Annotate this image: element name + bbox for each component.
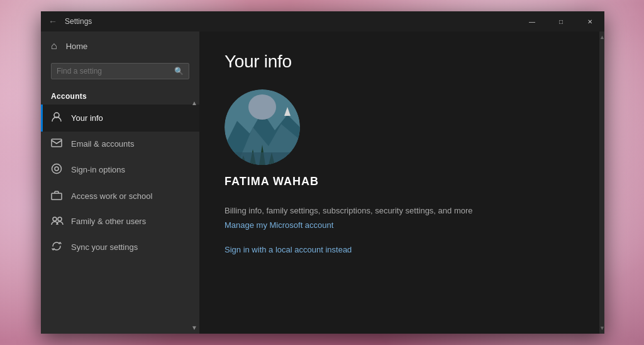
search-icon: 🔍 [174, 67, 184, 76]
content-area: ⌂ Home 🔍 Accounts Your info [41, 31, 604, 334]
manage-account-link[interactable]: Manage my Microsoft account [225, 220, 579, 230]
family-label: Family & other users [71, 217, 146, 226]
email-accounts-label: Email & accounts [71, 139, 134, 149]
sidebar-item-family[interactable]: Family & other users [41, 209, 199, 234]
main-scroll-up[interactable]: ▲ [599, 34, 604, 40]
sync-label: Sync your settings [71, 242, 138, 252]
svg-rect-17 [225, 152, 300, 165]
sign-in-label: Sign-in options [71, 165, 125, 174]
your-info-icon [51, 111, 62, 125]
search-box[interactable]: 🔍 [51, 63, 189, 79]
minimize-button[interactable]: — [518, 11, 547, 31]
svg-point-18 [248, 94, 276, 120]
home-label: Home [66, 42, 88, 51]
home-icon: ⌂ [51, 40, 57, 52]
sidebar-scroll-down[interactable]: ▼ [189, 324, 199, 331]
page-title: Your info [225, 52, 579, 72]
sidebar-item-sign-in[interactable]: Sign-in options [41, 156, 199, 183]
main-scroll-down[interactable]: ▼ [599, 325, 604, 331]
sidebar-item-access-work[interactable]: Access work or school [41, 183, 199, 209]
sidebar-scroll-up[interactable]: ▲ [189, 99, 199, 106]
maximize-button[interactable]: □ [547, 11, 575, 31]
close-button[interactable]: ✕ [575, 11, 604, 31]
sidebar-item-your-info[interactable]: Your info [41, 105, 199, 132]
access-work-label: Access work or school [71, 191, 152, 201]
svg-point-5 [53, 217, 57, 221]
search-input[interactable] [57, 67, 174, 76]
sign-in-icon [51, 163, 62, 176]
user-name: FATIMA WAHAB [225, 175, 579, 188]
main-panel: Your info [199, 31, 604, 334]
local-account-link[interactable]: Sign in with a local account instead [225, 245, 579, 254]
avatar [225, 89, 300, 165]
titlebar: ← Settings — □ ✕ [41, 11, 604, 31]
sync-icon [51, 240, 62, 254]
svg-point-2 [52, 164, 62, 174]
sidebar-item-email-accounts[interactable]: Email & accounts [41, 132, 199, 156]
svg-rect-4 [52, 193, 62, 200]
svg-point-3 [55, 167, 58, 171]
svg-rect-1 [52, 139, 62, 147]
sidebar-section-title: Accounts [41, 87, 199, 105]
billing-text: Billing info, family settings, subscript… [225, 206, 579, 215]
family-icon [51, 216, 62, 227]
main-scrollbar: ▲ ▼ [599, 31, 604, 334]
window-controls: — □ ✕ [518, 11, 604, 31]
work-icon [51, 190, 62, 202]
settings-window: ← Settings — □ ✕ ⌂ Home 🔍 Accounts [41, 11, 604, 334]
sidebar-item-sync[interactable]: Sync your settings [41, 234, 199, 261]
sidebar: ⌂ Home 🔍 Accounts Your info [41, 31, 199, 334]
svg-point-6 [58, 217, 62, 221]
your-info-label: Your info [71, 113, 103, 123]
sidebar-item-home[interactable]: ⌂ Home [41, 31, 199, 60]
email-icon [51, 139, 62, 149]
window-title: Settings [65, 17, 92, 26]
back-button[interactable]: ← [48, 17, 57, 26]
